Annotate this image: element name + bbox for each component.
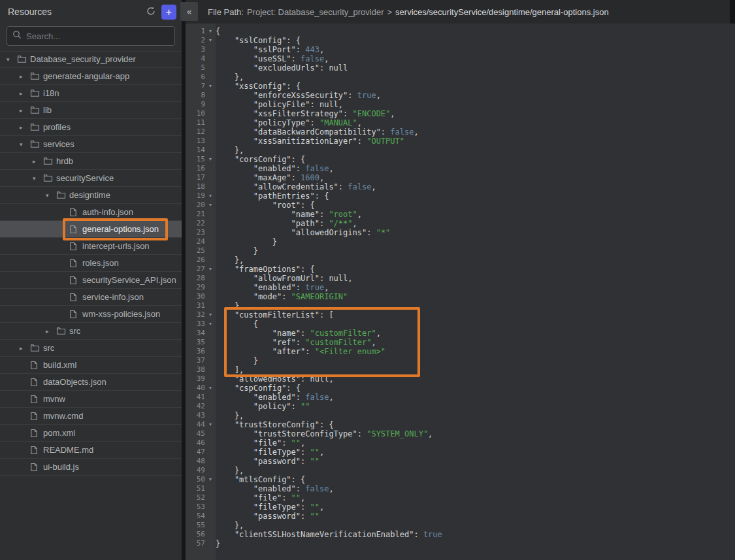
code-line[interactable]: 47 "fileType": "", xyxy=(186,448,735,457)
tree-item-lib[interactable]: ▸lib xyxy=(0,102,182,119)
code-line[interactable]: 56 "clientSSLHostNameVerificationEnabled… xyxy=(186,530,735,539)
code-line[interactable]: 20▾ "root": { xyxy=(186,201,735,210)
code-line[interactable]: 31 }, xyxy=(186,301,735,310)
code-line[interactable]: 54 "password": "" xyxy=(186,512,735,521)
code-line[interactable]: 41 "enabled": false, xyxy=(186,393,735,402)
code-line[interactable]: 24 } xyxy=(186,237,735,246)
search-box[interactable] xyxy=(7,26,175,46)
fold-chevron-down-icon[interactable]: ▾ xyxy=(205,265,216,274)
tree-item-designtime[interactable]: ▾designtime xyxy=(0,187,182,204)
code-line[interactable]: 18 "allowCredentials": false, xyxy=(186,182,735,191)
tree-item-src[interactable]: ▸src xyxy=(0,340,182,357)
tree-item-src[interactable]: ▸src xyxy=(0,323,182,340)
code-line[interactable]: 35 "ref": "customFilter", xyxy=(186,338,735,347)
tree-item-database-security-provider[interactable]: ▾Database_security_provider xyxy=(0,51,182,68)
tree-item-generated-angular-app[interactable]: ▸generated-angular-app xyxy=(0,68,182,85)
tree-item-readme-md[interactable]: README.md xyxy=(0,442,182,459)
code-line[interactable]: 33▾ { xyxy=(186,320,735,329)
tree-item-profiles[interactable]: ▸profiles xyxy=(0,119,182,136)
code-line[interactable]: 57} xyxy=(186,539,735,548)
chevron-right-icon[interactable]: ▸ xyxy=(33,158,43,165)
tree-item-hrdb[interactable]: ▸hrdb xyxy=(0,153,182,170)
code-line[interactable]: 52 "file": "", xyxy=(186,493,735,502)
chevron-right-icon[interactable]: ▸ xyxy=(20,124,30,131)
tree-item-auth-info-json[interactable]: auth-info.json xyxy=(0,204,182,221)
code-line[interactable]: 5 "excludedUrls": null xyxy=(186,63,735,73)
tree-item-securityservice[interactable]: ▾securityService xyxy=(0,170,182,187)
code-line[interactable]: 14 }, xyxy=(186,146,735,155)
code-line[interactable]: 37 } xyxy=(186,356,735,365)
code-line[interactable]: 19▾ "pathEntries": { xyxy=(186,191,735,201)
refresh-button[interactable] xyxy=(146,6,156,18)
tree-item-i18n[interactable]: ▸i18n xyxy=(0,85,182,102)
tree-item-build-xml[interactable]: build.xml xyxy=(0,357,182,374)
tree-item-roles-json[interactable]: roles.json xyxy=(0,255,182,272)
code-line[interactable]: 51 "enabled": false, xyxy=(186,484,735,493)
code-line[interactable]: 7▾ "xssConfig": { xyxy=(186,82,735,91)
chevron-down-icon[interactable]: ▾ xyxy=(46,192,56,199)
code-line[interactable]: 27▾ "frameOptions": { xyxy=(186,265,735,274)
tree-item-services[interactable]: ▾services xyxy=(0,136,182,153)
code-line[interactable]: 29 "enabled": true, xyxy=(186,283,735,292)
fold-chevron-down-icon[interactable]: ▾ xyxy=(205,201,216,210)
chevron-right-icon[interactable]: ▸ xyxy=(20,345,30,352)
code-line[interactable]: 17 "maxAge": 1600, xyxy=(186,173,735,182)
tree-item-securityservice-api-json[interactable]: securityService_API.json xyxy=(0,272,182,289)
chevron-right-icon[interactable]: ▸ xyxy=(20,90,30,97)
fold-chevron-down-icon[interactable]: ▾ xyxy=(205,36,216,45)
tree-item-ui-build-js[interactable]: ui-build.js xyxy=(0,459,182,476)
code-line[interactable]: 16 "enabled": false, xyxy=(186,164,735,173)
tree-item-intercept-urls-json[interactable]: intercept-urls.json xyxy=(0,238,182,255)
collapse-sidebar-button[interactable]: « xyxy=(180,2,198,21)
code-line[interactable]: 40▾ "cspConfig": { xyxy=(186,384,735,393)
tree-item-wm-xss-policies-json[interactable]: wm-xss-policies.json xyxy=(0,306,182,323)
code-line[interactable]: 13 "xssSanitizationLayer": "OUTPUT" xyxy=(186,137,735,146)
tree-item-service-info-json[interactable]: service-info.json xyxy=(0,289,182,306)
tree-item-mvnw[interactable]: mvnw xyxy=(0,391,182,408)
code-line[interactable]: 45 "trustStoreConfigType": "SYSTEM_ONLY"… xyxy=(186,429,735,438)
code-line[interactable]: 44▾ "trustStoreConfig": { xyxy=(186,420,735,429)
fold-chevron-down-icon[interactable]: ▾ xyxy=(205,420,216,429)
chevron-down-icon[interactable]: ▾ xyxy=(7,56,17,63)
add-resource-button[interactable]: + xyxy=(161,5,176,20)
code-line[interactable]: 43 }, xyxy=(186,411,735,420)
code-line[interactable]: 25 } xyxy=(186,246,735,255)
code-line[interactable]: 36 "after": "<Filter enum>" xyxy=(186,347,735,356)
code-line[interactable]: 4 "useSSL": false, xyxy=(186,54,735,63)
chevron-right-icon[interactable]: ▸ xyxy=(20,107,30,114)
tree-item-general-options-json[interactable]: general-options.json xyxy=(0,221,182,238)
code-line[interactable]: 50▾ "mtlsConfig": { xyxy=(186,475,735,484)
code-line[interactable]: 30 "mode": "SAMEORIGIN" xyxy=(186,292,735,301)
code-line[interactable]: 8 "enforceXssSecurity": true, xyxy=(186,91,735,100)
tree-item-mvnw-cmd[interactable]: mvnw.cmd xyxy=(0,408,182,425)
code-line[interactable]: 23 "allowedOrigins": "*" xyxy=(186,228,735,237)
code-line[interactable]: 26 }, xyxy=(186,255,735,265)
code-line[interactable]: 9 "policyFile": null, xyxy=(186,100,735,109)
fold-chevron-down-icon[interactable]: ▾ xyxy=(205,475,216,484)
code-line[interactable]: 3 "sslPort": 443, xyxy=(186,45,735,54)
chevron-down-icon[interactable]: ▾ xyxy=(33,175,43,182)
code-line[interactable]: 42 "policy": "" xyxy=(186,402,735,411)
code-line[interactable]: 21 "name": "root", xyxy=(186,210,735,219)
code-line[interactable]: 32▾ "customFilterList": [ xyxy=(186,310,735,320)
code-line[interactable]: 15▾ "corsConfig": { xyxy=(186,155,735,164)
code-editor[interactable]: 1▾{2▾ "sslConfig": {3 "sslPort": 443,4 "… xyxy=(186,24,735,560)
fold-chevron-down-icon[interactable]: ▾ xyxy=(205,27,216,36)
code-line[interactable]: 11 "policyType": "MANUAL", xyxy=(186,118,735,127)
fold-chevron-down-icon[interactable]: ▾ xyxy=(205,310,216,320)
chevron-right-icon[interactable]: ▸ xyxy=(46,328,56,335)
code-line[interactable]: 2▾ "sslConfig": { xyxy=(186,36,735,45)
chevron-right-icon[interactable]: ▸ xyxy=(20,73,30,80)
code-line[interactable]: 49 }, xyxy=(186,466,735,475)
code-line[interactable]: 53 "fileType": "", xyxy=(186,502,735,512)
code-line[interactable]: 10 "xssFilterStrategy": "ENCODE", xyxy=(186,109,735,118)
code-line[interactable]: 6 }, xyxy=(186,73,735,82)
code-line[interactable]: 12 "dataBackwardCompatibility": false, xyxy=(186,127,735,137)
fold-chevron-down-icon[interactable]: ▾ xyxy=(205,384,216,393)
code-line[interactable]: 22 "path": "/**", xyxy=(186,219,735,228)
search-input[interactable] xyxy=(26,31,169,41)
code-line[interactable]: 34 "name": "customFilter", xyxy=(186,329,735,338)
tree-item-dataobjects-json[interactable]: dataObjects.json xyxy=(0,374,182,391)
fold-chevron-down-icon[interactable]: ▾ xyxy=(205,155,216,164)
code-line[interactable]: 1▾{ xyxy=(186,27,735,36)
